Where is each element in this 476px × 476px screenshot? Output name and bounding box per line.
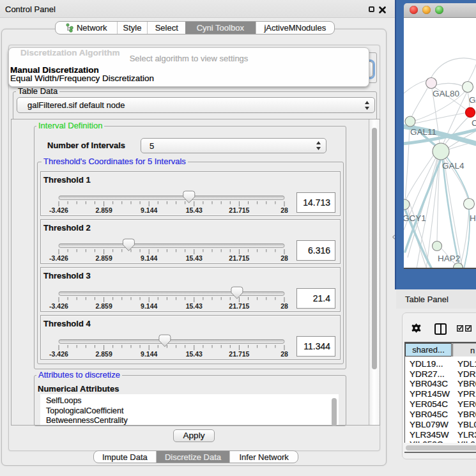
svg-text:2.859: 2.859: [95, 350, 112, 358]
svg-text:21.715: 21.715: [229, 206, 249, 214]
svg-text:21.715: 21.715: [229, 350, 249, 358]
svg-text:21.715: 21.715: [229, 254, 249, 262]
svg-text:28: 28: [280, 254, 288, 262]
svg-text:9.144: 9.144: [141, 254, 157, 262]
svg-text:GAL80: GAL80: [433, 89, 459, 98]
svg-text:2.859: 2.859: [95, 254, 112, 262]
svg-text:28: 28: [280, 206, 288, 214]
svg-text:GA: GA: [469, 95, 476, 105]
svg-text:-3.426: -3.426: [49, 350, 68, 358]
svg-text:2.859: 2.859: [95, 206, 112, 214]
svg-text:15.43: 15.43: [186, 206, 203, 214]
svg-text:28: 28: [280, 302, 288, 310]
svg-text:28: 28: [280, 350, 288, 358]
svg-text:GCY1: GCY1: [404, 213, 426, 223]
svg-text:15.43: 15.43: [186, 302, 203, 310]
svg-text:15.43: 15.43: [186, 254, 203, 262]
svg-text:-3.426: -3.426: [49, 206, 68, 214]
svg-text:GAL11: GAL11: [410, 127, 436, 137]
svg-text:C: C: [472, 118, 476, 128]
svg-text:HAP2: HAP2: [438, 254, 460, 263]
svg-text:9.144: 9.144: [141, 206, 157, 214]
svg-text:15.43: 15.43: [186, 350, 203, 358]
svg-text:-3.426: -3.426: [49, 302, 68, 310]
svg-text:2.859: 2.859: [95, 302, 112, 310]
svg-text:21.715: 21.715: [229, 302, 249, 310]
svg-text:H: H: [470, 213, 476, 223]
svg-text:-3.426: -3.426: [49, 254, 68, 262]
svg-text:9.144: 9.144: [141, 302, 157, 310]
svg-text:GAL4: GAL4: [442, 161, 464, 171]
svg-text:9.144: 9.144: [141, 350, 157, 358]
